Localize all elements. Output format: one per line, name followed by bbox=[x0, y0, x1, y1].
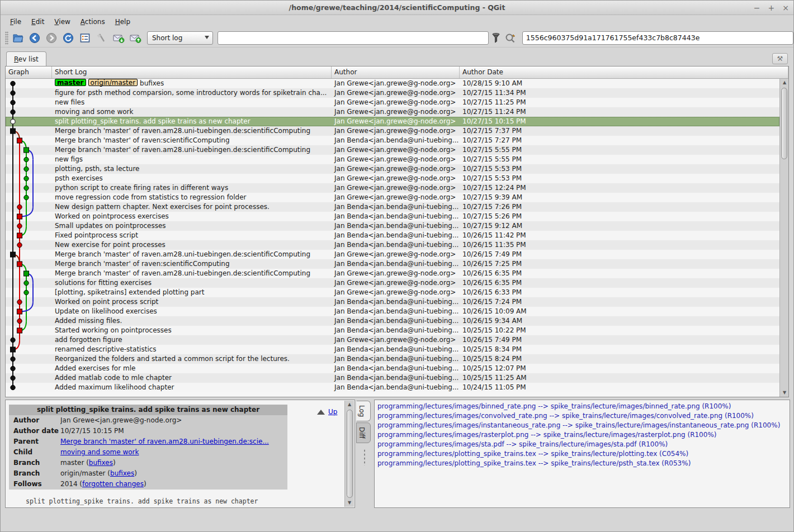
graph-cell bbox=[6, 231, 52, 240]
author-date-cell: 10/27/15 7:26 PM bbox=[460, 202, 779, 212]
column-header-graph[interactable]: Graph bbox=[6, 66, 52, 78]
rev-row-selected[interactable]: split plotting_spike trains. add spike t… bbox=[6, 117, 779, 126]
maximize-button[interactable]: + bbox=[768, 3, 775, 12]
view-list-icon[interactable] bbox=[78, 31, 92, 45]
rev-row[interactable]: Added maximum likelihood chapterJan Bend… bbox=[6, 383, 779, 392]
rev-row[interactable]: moving and some workJan Grewe<jan.grewe@… bbox=[6, 107, 779, 117]
save-patch-icon[interactable] bbox=[111, 31, 126, 45]
minimize-button[interactable]: − bbox=[754, 3, 760, 12]
author-cell: Jan Grewe<jan.grewe@g-node.org> bbox=[332, 193, 460, 202]
changed-file-entry[interactable]: programming/lectures/images/rasterplot.p… bbox=[377, 430, 790, 440]
field-link[interactable]: moving and some work bbox=[60, 448, 139, 456]
rev-row[interactable]: Added missing files.Jan Benda<jan.benda@… bbox=[6, 316, 779, 326]
rev-row[interactable]: plotting, psth, sta lectureJan Grewe<jan… bbox=[6, 164, 779, 174]
author-date-cell: 10/27/15 12:24 PM bbox=[460, 183, 779, 193]
tab-log[interactable]: Log bbox=[356, 401, 371, 421]
rev-row[interactable]: Merge branch 'master' of raven.am28.uni-… bbox=[6, 269, 779, 278]
rev-row[interactable]: Worked on pointprocess exercisesJan Bend… bbox=[6, 212, 779, 221]
menu-file[interactable]: File bbox=[5, 16, 26, 27]
rev-row[interactable]: Merge branch 'master' of raven:scientifi… bbox=[6, 259, 779, 269]
open-folder-icon[interactable] bbox=[11, 31, 25, 45]
changed-file-entry[interactable]: programming/lectures/images/sta.pdf --> … bbox=[377, 440, 790, 449]
menu-view[interactable]: View bbox=[49, 16, 75, 27]
scroll-down-icon[interactable]: ▼ bbox=[780, 389, 789, 397]
rev-row[interactable]: new figsJan Grewe<jan.grewe@g-node.org>1… bbox=[6, 155, 779, 164]
menu-help[interactable]: Help bbox=[110, 16, 135, 27]
changed-file-entry[interactable]: programming/lectures/plotting_spike_trai… bbox=[377, 459, 790, 468]
column-header-short-log[interactable]: Short Log bbox=[52, 66, 332, 78]
author-cell: Jan Benda<jan.benda@uni-tuebing... bbox=[332, 364, 460, 373]
rev-row[interactable]: Merge branch 'master' of raven.am28.uni-… bbox=[6, 126, 779, 136]
rev-row[interactable]: renamed descriptive-statisticsJan Benda<… bbox=[6, 345, 779, 354]
author-cell: Jan Benda<jan.benda@uni-tuebing... bbox=[332, 383, 460, 392]
title-bar[interactable]: /home/grewe/teaching/2014/scientificComp… bbox=[1, 1, 793, 15]
author-date-cell: 10/26/15 6:33 PM bbox=[460, 288, 779, 297]
column-header-author[interactable]: Author bbox=[332, 66, 460, 78]
tab-rev-list[interactable]: Rev list bbox=[6, 51, 46, 66]
filter-icon[interactable] bbox=[489, 31, 503, 45]
rev-row[interactable]: solutions for fitting exercisesJan Grewe… bbox=[6, 278, 779, 288]
rev-row[interactable]: move regression code from statistics to … bbox=[6, 193, 779, 202]
changed-file-entry[interactable]: programming/lectures/images/convolved_ra… bbox=[377, 411, 790, 421]
search-highlight-icon[interactable] bbox=[503, 31, 518, 45]
scrollbar-thumb[interactable] bbox=[347, 410, 353, 498]
rev-row[interactable]: Added matlab code to mle chapterJan Bend… bbox=[6, 373, 779, 383]
rev-row[interactable]: [plotting, spiketrains] extended plottin… bbox=[6, 288, 779, 297]
search-input[interactable] bbox=[218, 31, 489, 45]
changed-file-entry[interactable]: programming/lectures/images/binned_rate.… bbox=[377, 402, 790, 411]
rev-row[interactable]: masterorigin/masterbufixesJan Grewe<jan.… bbox=[6, 79, 779, 88]
commit-title: split plotting_spike trains. add spike t… bbox=[9, 405, 287, 415]
up-link[interactable]: Up bbox=[317, 408, 337, 416]
rev-row[interactable]: add forgotten figureJan Grewe<jan.grewe@… bbox=[6, 335, 779, 345]
field-link[interactable]: forgotten changes bbox=[82, 480, 144, 488]
toolbar-drag-handle[interactable] bbox=[5, 31, 8, 45]
tab-diff[interactable]: Diff bbox=[356, 422, 371, 443]
rev-row[interactable]: Small updates on pointprocessesJan Benda… bbox=[6, 221, 779, 231]
rev-row[interactable]: Started working on pointprocessesJan Ben… bbox=[6, 326, 779, 335]
field-link[interactable]: bufixes bbox=[110, 469, 134, 477]
rev-row[interactable]: psth exercisesJan Grewe<jan.grewe@g-node… bbox=[6, 174, 779, 183]
field-label: Author bbox=[9, 415, 60, 426]
short-log-cell: New exercise for point processes bbox=[52, 240, 332, 250]
rev-row[interactable]: New design pattern chapter. Next exercis… bbox=[6, 202, 779, 212]
rev-row[interactable]: Merge branch 'master' of raven.am28.uni-… bbox=[6, 145, 779, 155]
close-button[interactable]: × bbox=[782, 3, 789, 12]
rev-row[interactable]: Worked on point process scriptJan Benda<… bbox=[6, 297, 779, 307]
rev-list-scrollbar[interactable]: ▲ ▼ bbox=[779, 79, 788, 397]
changed-file-entry[interactable]: programming/lectures/images/instantaneou… bbox=[377, 421, 790, 430]
wand-icon[interactable] bbox=[94, 31, 109, 45]
field-link[interactable]: bufixes bbox=[89, 459, 113, 467]
log-mode-combobox[interactable]: Short log bbox=[147, 31, 213, 45]
menu-actions[interactable]: Actions bbox=[75, 16, 110, 27]
forward-icon[interactable] bbox=[44, 31, 59, 45]
tools-icon[interactable]: ⚒ bbox=[772, 53, 788, 64]
vertical-splitter-handle[interactable] bbox=[363, 449, 366, 466]
rev-row[interactable]: Reorganized the folders and started a co… bbox=[6, 354, 779, 364]
scroll-down-icon[interactable]: ▼ bbox=[345, 499, 354, 507]
rev-row[interactable]: Added exercises for mleJan Benda<jan.ben… bbox=[6, 364, 779, 373]
rev-row[interactable]: New exercise for point processesJan Bend… bbox=[6, 240, 779, 250]
rev-row[interactable]: Merge branch 'master' of raven:scientifi… bbox=[6, 136, 779, 145]
changed-file-entry[interactable]: programming/lectures/plotting_spike_trai… bbox=[377, 449, 790, 459]
up-link-label[interactable]: Up bbox=[328, 408, 337, 416]
scrollbar-thumb[interactable] bbox=[781, 88, 787, 159]
short-log-cell: [plotting, spiketrains] extended plottin… bbox=[52, 288, 332, 297]
scroll-up-icon[interactable]: ▲ bbox=[345, 401, 354, 408]
sha-input[interactable] bbox=[522, 31, 793, 45]
author-date-cell: 10/27/15 11:25 PM bbox=[460, 98, 779, 107]
scroll-up-icon[interactable]: ▲ bbox=[780, 79, 789, 87]
rev-row[interactable]: Merge branch 'master' of raven.am28.uni-… bbox=[6, 250, 779, 259]
field-link[interactable]: Merge branch 'master' of raven.am28.uni-… bbox=[60, 438, 269, 445]
refresh-icon[interactable] bbox=[61, 31, 75, 45]
back-icon[interactable] bbox=[27, 31, 42, 45]
rev-row[interactable]: figure for psth method comparsion, some … bbox=[6, 88, 779, 98]
menu-edit[interactable]: Edit bbox=[26, 16, 49, 27]
column-header-author-date[interactable]: Author Date bbox=[460, 66, 788, 78]
rev-row[interactable]: python script to create firing rates in … bbox=[6, 183, 779, 193]
rev-row[interactable]: new filesJan Grewe<jan.grewe@g-node.org>… bbox=[6, 98, 779, 107]
detail-scrollbar[interactable]: ▲ ▼ bbox=[344, 401, 354, 507]
rev-row[interactable]: Update on likelihood exercisesJan Benda<… bbox=[6, 307, 779, 316]
rev-row[interactable]: Fixed pointprocess scriptJan Benda<jan.b… bbox=[6, 231, 779, 240]
apply-patch-icon[interactable] bbox=[128, 31, 143, 45]
detail-field-child: Childmoving and some work bbox=[9, 447, 287, 458]
